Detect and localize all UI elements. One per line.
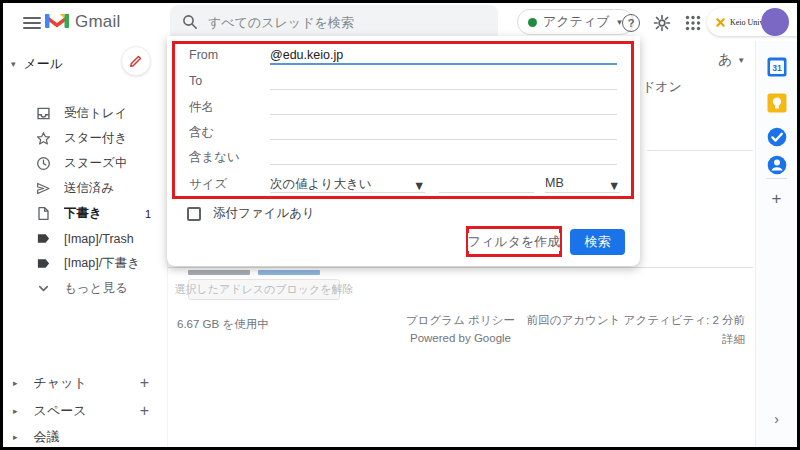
sidebar-item-starred[interactable]: スター付き xyxy=(3,128,167,149)
collapse-panel-chevron-icon[interactable]: › xyxy=(756,411,797,427)
size-unit-value: MB xyxy=(545,176,564,190)
sidebar-item-label: 下書き xyxy=(64,205,132,222)
sidebar-mail-section[interactable]: ▾ メール xyxy=(11,46,161,82)
chevron-down-icon: ▼ xyxy=(608,179,620,193)
annotation-box-create-filter: フィルタを作成 xyxy=(466,226,562,257)
size-operator-select[interactable]: 次の値より大きい xyxy=(270,176,371,193)
app-title: Gmail xyxy=(75,12,120,32)
from-field-value[interactable]: @edu.keio.jp xyxy=(270,48,343,62)
star-icon xyxy=(36,131,51,146)
account-avatar[interactable] xyxy=(761,8,789,36)
mail-section-label: メール xyxy=(24,55,64,73)
last-account-activity: 前回のアカウント アクティビティ: 2 分前 xyxy=(525,313,745,328)
unblock-addresses-button[interactable]: 選択したアドレスのブロックを解除 xyxy=(188,279,340,300)
attachment-label: 添付ファイルあり xyxy=(213,205,315,222)
help-button[interactable]: ? xyxy=(620,12,642,34)
size-unit-underline xyxy=(545,192,620,193)
main-menu-icon[interactable] xyxy=(23,17,41,29)
sidebar-item-label: スター付き xyxy=(64,130,167,147)
side-panel-rail: 31 + › xyxy=(755,41,797,447)
sidebar: ▾ メール 受信トレイ スター付き スヌーズ中 xyxy=(3,41,168,447)
sidebar-item-label: 送信済み xyxy=(64,180,167,197)
size-unit-select[interactable]: MB xyxy=(545,176,564,190)
details-link[interactable]: 詳細 xyxy=(525,332,745,347)
chevron-down-icon: ▼ xyxy=(413,179,425,193)
tasks-icon[interactable] xyxy=(767,127,787,147)
divider xyxy=(766,178,787,179)
sidebar-section-spaces[interactable]: ▸ スペース + xyxy=(13,401,159,421)
gear-icon xyxy=(652,13,672,33)
pencil-icon xyxy=(129,54,143,68)
compose-button[interactable] xyxy=(121,46,151,76)
sidebar-item-imap-trash[interactable]: [Imap]/Trash xyxy=(3,228,167,249)
storage-usage: 6.67 GB を使用中 xyxy=(177,317,269,332)
subject-field-label: 件名 xyxy=(189,99,214,116)
obscured-text-fragment xyxy=(188,270,250,275)
sidebar-section-chat[interactable]: ▸ チャット + xyxy=(13,373,159,393)
obscured-text-fragment xyxy=(258,270,320,275)
create-filter-button[interactable]: フィルタを作成 xyxy=(468,233,561,251)
field-underline xyxy=(270,89,617,90)
field-underline xyxy=(270,139,617,140)
input-tools-selector[interactable]: あ ▼ xyxy=(718,51,745,69)
search-bar[interactable] xyxy=(170,5,498,39)
sidebar-item-more[interactable]: もっと見る xyxy=(3,278,167,299)
new-chat-button[interactable]: + xyxy=(140,374,159,392)
get-addons-button[interactable]: + xyxy=(756,189,797,209)
search-button[interactable]: 検索 xyxy=(570,229,625,255)
search-icon xyxy=(182,14,198,30)
size-field-label: サイズ xyxy=(189,176,227,193)
draft-icon xyxy=(36,206,51,221)
keep-icon[interactable] xyxy=(767,93,787,113)
apps-grid-button[interactable] xyxy=(682,12,704,34)
size-value-underline[interactable] xyxy=(439,192,534,193)
apps-grid-icon xyxy=(685,15,701,31)
chevron-down-icon xyxy=(36,281,51,296)
settings-button[interactable] xyxy=(651,12,673,34)
chevron-down-icon: ▼ xyxy=(737,56,745,65)
sidebar-item-label: スヌーズ中 xyxy=(64,155,167,172)
section-label: チャット xyxy=(34,374,87,392)
gmail-window: Gmail アクティブ ▼ ? Keio University ▾ メール xyxy=(0,0,800,450)
caret-down-icon: ▾ xyxy=(11,59,16,69)
sidebar-item-snoozed[interactable]: スヌーズ中 xyxy=(3,153,167,174)
drafts-count-badge: 1 xyxy=(145,208,167,220)
sidebar-section-meet[interactable]: ▸ 会議 xyxy=(13,427,159,447)
section-label: スペース xyxy=(34,402,87,420)
sidebar-item-sent[interactable]: 送信済み xyxy=(3,178,167,199)
sidebar-item-drafts[interactable]: 下書き 1 xyxy=(3,203,167,224)
search-input[interactable] xyxy=(208,15,458,30)
from-field-underline xyxy=(270,63,617,65)
help-icon: ? xyxy=(622,14,640,32)
caret-right-icon: ▸ xyxy=(13,406,18,416)
label-icon xyxy=(36,256,51,271)
sidebar-item-label: もっと見る xyxy=(64,280,167,297)
caret-right-icon: ▸ xyxy=(13,432,18,442)
new-space-button[interactable]: + xyxy=(140,402,159,420)
field-underline xyxy=(270,114,617,115)
attachment-checkbox[interactable] xyxy=(187,207,201,221)
contacts-icon[interactable] xyxy=(767,155,787,175)
status-selector[interactable]: アクティブ ▼ xyxy=(517,9,634,35)
attachment-row: 添付ファイルあり xyxy=(187,205,315,222)
gmail-logo-icon xyxy=(45,12,69,30)
field-underline xyxy=(270,164,617,165)
sidebar-item-imap-drafts[interactable]: [Imap]/下書き xyxy=(3,253,167,274)
search-filter-popup: From @edu.keio.jp To 件名 含む 含まない サイズ 次の値よ… xyxy=(167,36,640,266)
excludes-field-label: 含まない xyxy=(189,149,240,166)
sidebar-item-inbox[interactable]: 受信トレイ xyxy=(3,103,167,124)
to-field-label: To xyxy=(189,74,202,88)
inbox-icon xyxy=(36,106,51,121)
size-operator-underline xyxy=(270,192,425,193)
input-tools-label: あ xyxy=(718,51,732,69)
status-dot-icon xyxy=(528,18,537,27)
sidebar-nav: 受信トレイ スター付き スヌーズ中 送信済み 下書き 1 xyxy=(3,103,167,299)
calendar-icon[interactable]: 31 xyxy=(767,57,787,77)
status-label: アクティブ xyxy=(543,13,610,31)
size-operator-value: 次の値より大きい xyxy=(270,177,371,191)
sidebar-item-label: 受信トレイ xyxy=(64,105,167,122)
svg-text:31: 31 xyxy=(772,63,782,73)
caret-right-icon: ▸ xyxy=(13,378,18,388)
divider xyxy=(647,150,753,151)
send-icon xyxy=(36,181,51,196)
